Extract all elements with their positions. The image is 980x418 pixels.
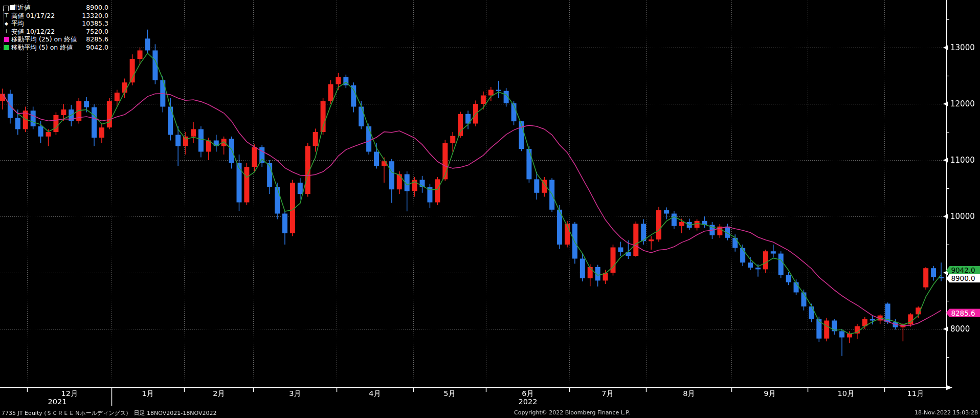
y-axis-label-8000: 8000 [950, 324, 970, 334]
legend-panel: -直近値8900.0⊤高値 01/17/2213320.0◆平均10385.3⊥… [1, 3, 110, 53]
legend-item-value: 8900.0 [86, 4, 108, 11]
timestamp: 18-Nov-2022 15:03:28 [915, 409, 978, 416]
legend-item-value: 9042.0 [86, 43, 108, 51]
x-axis-year-label-2021: 2021 [48, 398, 67, 406]
ma25-last-value-tag: 8285.6 [946, 309, 980, 317]
legend-item-label: 平均 [11, 19, 82, 27]
legend-item-value: 8285.6 [86, 35, 108, 43]
legend-tree-line [4, 9, 4, 50]
series-color-swatch-icon [4, 45, 9, 50]
legend-item-2[interactable]: ◆平均10385.3 [3, 19, 108, 28]
legend-item-5[interactable]: 移動平均 (5) on 終値9042.0 [3, 43, 108, 52]
legend-item-4[interactable]: 移動平均 (25) on 終値8285.6 [3, 35, 108, 43]
average-diamond-icon: ◆ [5, 21, 8, 26]
low-tick-icon: ⊥ [4, 28, 9, 35]
y-axis-label-10000: 10000 [950, 212, 975, 221]
copyright-notice: Copyright© 2022 Bloomberg Finance L.P. [514, 409, 630, 416]
chart-window: -直近値8900.0⊤高値 01/17/2213320.0◆平均10385.3⊥… [0, 0, 980, 418]
legend-item-label: 移動平均 (25) on 終値 [11, 35, 86, 43]
legend-item-value: 7520.0 [86, 28, 108, 35]
series-color-swatch-icon [4, 37, 9, 42]
legend-item-value: 13320.0 [82, 12, 108, 19]
x-axis-year-label-2022: 2022 [519, 398, 538, 406]
x-axis-month-label-9月: 9月 [764, 389, 776, 399]
legend-item-label: 移動平均 (5) on 終値 [11, 43, 86, 51]
x-axis-month-label-11月: 11月 [907, 389, 924, 399]
x-axis-month-label-10月: 10月 [838, 389, 855, 399]
y-axis-label-11000: 11000 [950, 156, 975, 165]
x-axis-month-label-4月: 4月 [369, 389, 381, 399]
y-axis-label-13000: 13000 [950, 43, 975, 52]
legend-item-1[interactable]: ⊤高値 01/17/2213320.0 [3, 12, 108, 20]
legend-item-value: 10385.3 [82, 19, 108, 27]
candlestick-chart-canvas[interactable] [0, 0, 980, 418]
x-axis-month-label-7月: 7月 [602, 389, 614, 399]
ma5-last-value-tag: 9042.0 [946, 266, 980, 275]
x-axis-month-label-5月: 5月 [443, 389, 456, 399]
legend-item-0[interactable]: -直近値8900.0 [3, 4, 108, 12]
x-axis-month-label-2月: 2月 [213, 389, 225, 399]
last-price-tag: 8900.0 [946, 274, 980, 283]
x-axis-month-label-1月: 1月 [142, 389, 154, 399]
legend-item-label: 直近値 [11, 4, 86, 11]
x-axis-month-label-3月: 3月 [289, 389, 301, 399]
legend-item-label: 安値 10/12/22 [11, 28, 86, 35]
x-axis-month-label-8月: 8月 [683, 389, 695, 399]
y-axis-label-12000: 12000 [950, 99, 975, 108]
legend-item-label: 高値 01/17/22 [11, 12, 82, 19]
legend-item-3[interactable]: ⊥安値 10/12/227520.0 [3, 28, 108, 36]
high-tick-icon: ⊤ [4, 12, 9, 19]
security-description: 7735 JT Equity (ＳＣＲＥＥＮホールディングス) 日足 18NOV… [2, 409, 217, 417]
